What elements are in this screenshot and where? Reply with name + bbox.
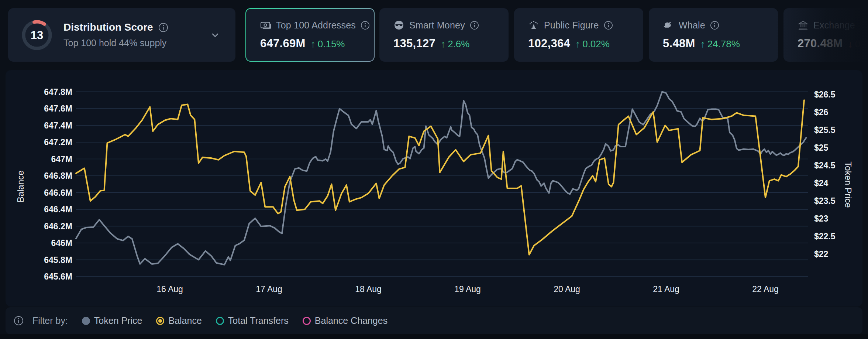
price-tick-label: $24 xyxy=(814,178,868,189)
price-tick-label: $26.5 xyxy=(814,89,868,100)
price-tick-label: $26 xyxy=(814,107,868,118)
price-tick-label: $24.5 xyxy=(814,160,868,171)
balance-tick-label: 646.6M xyxy=(17,187,72,198)
total-transfers-swatch xyxy=(216,317,224,325)
balance-tick-label: 646M xyxy=(17,237,72,249)
date-tick-label: 19 Aug xyxy=(442,284,493,294)
date-tick-label: 20 Aug xyxy=(541,284,593,294)
date-tick-label: 21 Aug xyxy=(640,284,692,294)
date-tick-label: 16 Aug xyxy=(144,284,196,294)
price-tick-label: $22 xyxy=(814,249,868,260)
balance-tick-label: 646.4M xyxy=(17,204,72,215)
balance-swatch xyxy=(156,317,164,325)
balance-tick-label: 647.4M xyxy=(17,120,72,131)
balance-tick-label: 647.8M xyxy=(17,86,72,97)
balance-tick-label: 645.6M xyxy=(17,271,72,282)
date-tick-label: 18 Aug xyxy=(342,284,394,294)
price-tick-label: $22.5 xyxy=(814,231,868,242)
series-balance xyxy=(76,100,804,255)
info-icon[interactable] xyxy=(14,316,24,326)
date-tick-label: 22 Aug xyxy=(740,284,791,294)
legend-item-token-price[interactable]: Token Price xyxy=(82,315,142,326)
token-price-swatch xyxy=(82,317,90,325)
balance-tick-label: 647M xyxy=(17,154,72,165)
filter-bar: Filter by: Token Price Balance Total Tra… xyxy=(6,307,862,334)
balance-tick-label: 646.2M xyxy=(17,221,72,232)
filter-by-label: Filter by: xyxy=(32,315,68,326)
price-tick-label: $23 xyxy=(814,213,868,224)
balance-changes-swatch xyxy=(303,317,311,325)
legend-item-total-transfers[interactable]: Total Transfers xyxy=(216,315,289,326)
price-tick-label: $25 xyxy=(814,142,868,153)
balance-tick-label: 646.8M xyxy=(17,170,72,181)
balance-tick-label: 645.8M xyxy=(17,254,72,266)
legend-item-balance-changes[interactable]: Balance Changes xyxy=(303,315,388,326)
balance-tick-label: 647.6M xyxy=(17,103,72,114)
price-tick-label: $23.5 xyxy=(814,195,868,206)
page-bottom-edge xyxy=(0,334,868,339)
legend-item-balance[interactable]: Balance xyxy=(156,315,202,326)
balance-tick-label: 647.2M xyxy=(17,137,72,148)
date-tick-label: 17 Aug xyxy=(243,284,295,294)
series-token-price xyxy=(76,92,806,265)
chart-canvas xyxy=(0,0,868,339)
price-tick-label: $25.5 xyxy=(814,124,868,136)
